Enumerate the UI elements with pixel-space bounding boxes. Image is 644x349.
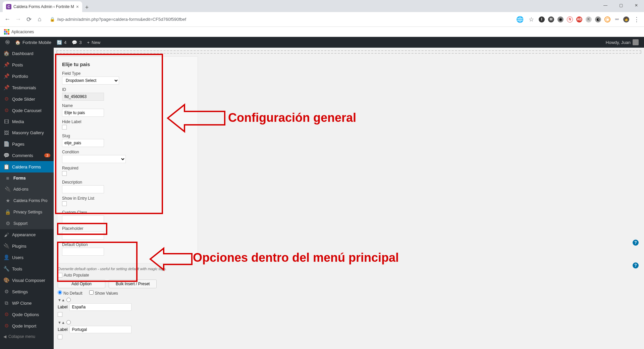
tab-close-icon[interactable]: × <box>76 4 79 9</box>
forward-button[interactable]: → <box>14 15 22 23</box>
sort-icon[interactable]: ▼▲ <box>58 320 65 325</box>
menu-icon: 🏠 <box>3 50 9 56</box>
description-input[interactable] <box>62 185 104 193</box>
submenu-item[interactable]: ⚙Support <box>0 218 54 229</box>
sidebar-item[interactable]: 💬Comments3 <box>0 150 54 161</box>
ext-icon[interactable]: ◯ <box>604 16 610 22</box>
sidebar-item[interactable]: 🖌Appearance <box>0 229 54 240</box>
new-link[interactable]: +New <box>84 37 103 48</box>
default-option-label: Default Option <box>62 242 193 247</box>
ext-icon[interactable]: ◉ <box>557 16 564 22</box>
browser-tab[interactable]: C Caldera Forms Admin ‹ Fortnite M × <box>3 1 82 12</box>
default-option-input[interactable] <box>62 248 104 256</box>
sidebar-item[interactable]: ⚙Qode Slider <box>0 93 54 105</box>
ext-icon[interactable]: N <box>567 16 573 22</box>
address-bar[interactable]: 🔒 /wp-admin/admin.php?page=caldera-forms… <box>46 17 513 22</box>
menu-icon: 👤 <box>3 254 9 260</box>
option-1-input[interactable] <box>69 303 131 311</box>
back-button[interactable]: ← <box>3 15 11 23</box>
howdy-link[interactable]: Howdy, Juan <box>603 37 641 48</box>
option-default-radio[interactable] <box>66 298 71 302</box>
sidebar-item[interactable]: 📋Caldera Forms <box>0 161 54 172</box>
menu-label: Caldera Forms <box>12 164 41 169</box>
menu-icon[interactable]: ⋮ <box>633 15 641 23</box>
sidebar-item[interactable]: 🔌Plugins <box>0 240 54 252</box>
window-close[interactable]: ✕ <box>629 0 644 11</box>
sidebar-item[interactable]: 📌Testimonials <box>0 82 54 93</box>
wp-logo[interactable]: ⓦ <box>3 37 12 48</box>
bulk-insert-button[interactable]: Bulk Insert / Preset <box>109 280 157 288</box>
home-button[interactable]: ⌂ <box>36 15 44 23</box>
reload-button[interactable]: ⟳ <box>25 15 33 23</box>
submenu-item[interactable]: ≡Forms <box>0 172 54 184</box>
sidebar-item[interactable]: 📌Portfolio <box>0 70 54 82</box>
sidebar-item[interactable]: ⧉WP Clone <box>0 297 54 309</box>
apps-icon[interactable] <box>4 29 9 35</box>
sort-up-icon[interactable]: ▼▲ <box>58 298 65 302</box>
menu-label: Qode Carousel <box>12 108 41 113</box>
sidebar-item[interactable]: 📄Pages <box>0 138 54 150</box>
comments-link[interactable]: 💬3 <box>69 37 84 48</box>
profile-avatar[interactable]: 🧑 <box>623 16 629 22</box>
option-1-checkbox[interactable] <box>58 312 62 317</box>
placeholder-input[interactable] <box>62 232 104 240</box>
new-tab-button[interactable]: + <box>82 3 92 12</box>
menu-label: Tools <box>12 266 22 271</box>
condition-select[interactable] <box>62 155 126 163</box>
slug-input[interactable] <box>62 139 104 147</box>
home-icon: 🏠 <box>15 40 20 45</box>
menu-label: Add-ons <box>13 187 29 192</box>
bookmark-star-icon[interactable]: ☆ <box>527 15 535 23</box>
submenu-item[interactable]: 🔌Add-ons <box>0 184 54 195</box>
sidebar-item[interactable]: 🖼Masonry Gallery <box>0 127 54 138</box>
show-values-checkbox[interactable]: Show Values <box>89 290 118 296</box>
option-2-checkbox[interactable] <box>58 335 62 339</box>
menu-label: Settings <box>12 289 28 294</box>
ext-icon[interactable]: 👓 <box>614 16 620 22</box>
ext-icon[interactable]: ◐ <box>595 16 601 22</box>
help-icon[interactable]: ? <box>633 240 639 246</box>
no-default-radio[interactable]: No Default <box>58 290 83 296</box>
sidebar-item[interactable]: ⚙Qode Import <box>0 320 54 332</box>
window-minimize[interactable]: — <box>598 0 613 11</box>
show-entry-checkbox[interactable] <box>62 201 67 206</box>
ext-icon[interactable]: I <box>539 16 545 22</box>
hide-label-checkbox[interactable] <box>62 125 67 130</box>
sidebar-item[interactable]: 📌Posts <box>0 59 54 70</box>
updates-link[interactable]: 🔄4 <box>54 37 69 48</box>
ext-icon[interactable]: AB <box>576 16 582 22</box>
ext-icon[interactable]: K <box>586 16 592 22</box>
required-checkbox[interactable] <box>62 171 67 176</box>
form-layout-grid[interactable] <box>56 50 641 54</box>
auto-populate-checkbox[interactable] <box>58 273 62 278</box>
description-label: Description <box>62 180 193 185</box>
submenu-item[interactable]: ★Caldera Forms Pro <box>0 195 54 206</box>
option-2-input[interactable] <box>69 326 131 333</box>
add-option-button[interactable]: Add Option <box>58 280 105 288</box>
help-icon[interactable]: ? <box>633 262 639 268</box>
sidebar-item[interactable]: ⚙Qode Carousel <box>0 105 54 116</box>
collapse-icon: ◀ <box>3 334 6 339</box>
collapse-menu[interactable]: ◀Collapse menu <box>0 332 54 342</box>
option-default-radio[interactable] <box>66 320 71 325</box>
sidebar-item[interactable]: 🎞Media <box>0 116 54 127</box>
menu-label: Posts <box>12 62 23 67</box>
sidebar-item[interactable]: 🔧Tools <box>0 263 54 275</box>
ext-icon[interactable]: M <box>548 16 554 22</box>
custom-class-input[interactable] <box>62 215 104 223</box>
menu-label: Dashboard <box>12 51 34 56</box>
sidebar-item[interactable]: ⚙Settings <box>0 286 54 297</box>
sidebar-item[interactable]: 👤Users <box>0 252 54 263</box>
bookmarks-apps-label[interactable]: Aplicaciones <box>11 30 34 34</box>
translate-icon[interactable]: 🌐 <box>516 15 524 23</box>
site-link[interactable]: 🏠Fortnite Mobile <box>12 37 54 48</box>
window-maximize[interactable]: ▢ <box>613 0 629 11</box>
sidebar-item[interactable]: 🎨Visual Composer <box>0 275 54 286</box>
submenu-item[interactable]: 🔒Privacy Settings <box>0 206 54 218</box>
slug-label: Slug <box>62 134 193 138</box>
name-input[interactable] <box>62 109 104 117</box>
field-type-select[interactable]: Dropdown Select <box>62 77 119 85</box>
sidebar-item[interactable]: ⚙Qode Options <box>0 309 54 320</box>
menu-label: WP Clone <box>12 301 32 306</box>
sidebar-item[interactable]: 🏠Dashboard <box>0 48 54 59</box>
